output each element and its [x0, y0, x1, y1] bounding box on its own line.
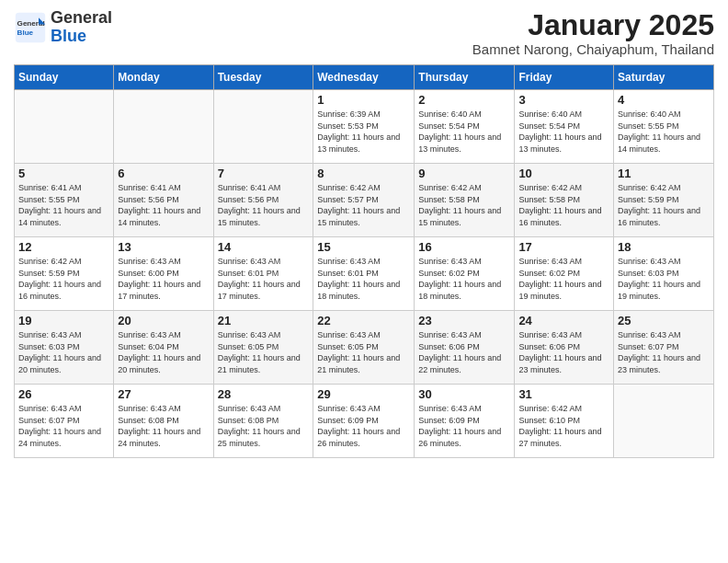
calendar-cell	[213, 90, 313, 164]
day-number: 6	[118, 167, 209, 180]
day-info: Sunrise: 6:42 AMSunset: 5:59 PMDaylight:…	[18, 256, 109, 302]
day-info: Sunrise: 6:43 AMSunset: 6:05 PMDaylight:…	[317, 329, 410, 375]
calendar-cell: 16Sunrise: 6:43 AMSunset: 6:02 PMDayligh…	[415, 237, 515, 311]
day-info: Sunrise: 6:43 AMSunset: 6:06 PMDaylight:…	[518, 329, 609, 375]
weekday-tuesday: Tuesday	[213, 65, 313, 90]
calendar-cell: 27Sunrise: 6:43 AMSunset: 6:08 PMDayligh…	[114, 385, 213, 458]
day-number: 9	[418, 167, 510, 180]
day-info: Sunrise: 6:42 AMSunset: 5:58 PMDaylight:…	[518, 182, 609, 228]
day-number: 24	[518, 314, 609, 327]
calendar-cell: 20Sunrise: 6:43 AMSunset: 6:04 PMDayligh…	[114, 311, 213, 385]
calendar-cell: 15Sunrise: 6:43 AMSunset: 6:01 PMDayligh…	[313, 237, 415, 311]
logo-blue: Blue	[51, 27, 86, 45]
calendar-cell: 24Sunrise: 6:43 AMSunset: 6:06 PMDayligh…	[515, 311, 614, 385]
day-info: Sunrise: 6:42 AMSunset: 5:59 PMDaylight:…	[618, 182, 710, 228]
day-info: Sunrise: 6:41 AMSunset: 5:55 PMDaylight:…	[18, 182, 109, 228]
day-info: Sunrise: 6:43 AMSunset: 6:08 PMDaylight:…	[218, 403, 310, 449]
calendar-cell: 6Sunrise: 6:41 AMSunset: 5:56 PMDaylight…	[114, 164, 213, 237]
weekday-friday: Friday	[515, 65, 614, 90]
day-number: 16	[418, 240, 510, 254]
day-info: Sunrise: 6:43 AMSunset: 6:01 PMDaylight:…	[218, 256, 310, 302]
day-number: 22	[317, 314, 410, 327]
calendar-cell: 12Sunrise: 6:42 AMSunset: 5:59 PMDayligh…	[15, 237, 114, 311]
calendar-cell: 17Sunrise: 6:43 AMSunset: 6:02 PMDayligh…	[515, 237, 614, 311]
week-row-2: 5Sunrise: 6:41 AMSunset: 5:55 PMDaylight…	[15, 164, 714, 237]
calendar-cell: 13Sunrise: 6:43 AMSunset: 6:00 PMDayligh…	[114, 237, 213, 311]
calendar-cell: 19Sunrise: 6:43 AMSunset: 6:03 PMDayligh…	[15, 311, 114, 385]
weekday-header-row: SundayMondayTuesdayWednesdayThursdayFrid…	[15, 65, 714, 90]
calendar-cell: 9Sunrise: 6:42 AMSunset: 5:58 PMDaylight…	[415, 164, 515, 237]
week-row-1: 1Sunrise: 6:39 AMSunset: 5:53 PMDaylight…	[15, 90, 714, 164]
day-number: 18	[618, 240, 710, 254]
day-info: Sunrise: 6:43 AMSunset: 6:04 PMDaylight:…	[118, 329, 209, 375]
day-number: 30	[418, 387, 510, 401]
week-row-3: 12Sunrise: 6:42 AMSunset: 5:59 PMDayligh…	[15, 237, 714, 311]
day-info: Sunrise: 6:42 AMSunset: 5:57 PMDaylight:…	[317, 182, 410, 228]
calendar-cell: 11Sunrise: 6:42 AMSunset: 5:59 PMDayligh…	[614, 164, 714, 237]
day-number: 5	[18, 167, 109, 180]
day-number: 1	[317, 93, 410, 107]
calendar-cell: 26Sunrise: 6:43 AMSunset: 6:07 PMDayligh…	[15, 385, 114, 458]
day-number: 19	[18, 314, 109, 327]
day-number: 8	[317, 167, 410, 180]
day-number: 20	[118, 314, 209, 327]
day-info: Sunrise: 6:43 AMSunset: 6:02 PMDaylight:…	[518, 256, 609, 302]
logo-general: General	[51, 8, 112, 27]
day-number: 11	[618, 167, 710, 180]
day-info: Sunrise: 6:39 AMSunset: 5:53 PMDaylight:…	[317, 109, 410, 155]
calendar-cell: 21Sunrise: 6:43 AMSunset: 6:05 PMDayligh…	[213, 311, 313, 385]
day-number: 7	[218, 167, 310, 180]
page-header: General Blue General Blue January 2025 B…	[14, 9, 714, 57]
day-info: Sunrise: 6:40 AMSunset: 5:55 PMDaylight:…	[618, 109, 710, 155]
day-number: 3	[518, 93, 609, 107]
month-title: January 2025	[472, 9, 714, 41]
day-info: Sunrise: 6:40 AMSunset: 5:54 PMDaylight:…	[418, 109, 510, 155]
day-info: Sunrise: 6:42 AMSunset: 6:10 PMDaylight:…	[518, 403, 609, 449]
day-number: 29	[317, 387, 410, 401]
svg-text:Blue: Blue	[17, 29, 34, 37]
calendar-cell	[114, 90, 213, 164]
calendar-cell	[614, 385, 714, 458]
logo-text: General Blue	[51, 9, 112, 46]
day-info: Sunrise: 6:41 AMSunset: 5:56 PMDaylight:…	[218, 182, 310, 228]
day-number: 13	[118, 240, 209, 254]
calendar-cell: 1Sunrise: 6:39 AMSunset: 5:53 PMDaylight…	[313, 90, 415, 164]
calendar-cell: 3Sunrise: 6:40 AMSunset: 5:54 PMDaylight…	[515, 90, 614, 164]
weekday-sunday: Sunday	[15, 65, 114, 90]
day-info: Sunrise: 6:43 AMSunset: 6:06 PMDaylight:…	[418, 329, 510, 375]
day-info: Sunrise: 6:43 AMSunset: 6:03 PMDaylight:…	[18, 329, 109, 375]
calendar-cell: 7Sunrise: 6:41 AMSunset: 5:56 PMDaylight…	[213, 164, 313, 237]
day-info: Sunrise: 6:43 AMSunset: 6:01 PMDaylight:…	[317, 256, 410, 302]
calendar-cell: 29Sunrise: 6:43 AMSunset: 6:09 PMDayligh…	[313, 385, 415, 458]
day-info: Sunrise: 6:43 AMSunset: 6:00 PMDaylight:…	[118, 256, 209, 302]
calendar-cell: 25Sunrise: 6:43 AMSunset: 6:07 PMDayligh…	[614, 311, 714, 385]
weekday-monday: Monday	[114, 65, 213, 90]
day-info: Sunrise: 6:40 AMSunset: 5:54 PMDaylight:…	[518, 109, 609, 155]
logo: General Blue General Blue	[14, 9, 112, 46]
day-number: 28	[218, 387, 310, 401]
day-info: Sunrise: 6:43 AMSunset: 6:07 PMDaylight:…	[18, 403, 109, 449]
calendar-cell: 28Sunrise: 6:43 AMSunset: 6:08 PMDayligh…	[213, 385, 313, 458]
day-number: 2	[418, 93, 510, 107]
weekday-wednesday: Wednesday	[313, 65, 415, 90]
calendar-cell: 5Sunrise: 6:41 AMSunset: 5:55 PMDaylight…	[15, 164, 114, 237]
day-info: Sunrise: 6:43 AMSunset: 6:07 PMDaylight:…	[618, 329, 710, 375]
day-number: 17	[518, 240, 609, 254]
day-number: 27	[118, 387, 209, 401]
day-number: 26	[18, 387, 109, 401]
day-info: Sunrise: 6:43 AMSunset: 6:09 PMDaylight:…	[317, 403, 410, 449]
day-number: 10	[518, 167, 609, 180]
day-info: Sunrise: 6:41 AMSunset: 5:56 PMDaylight:…	[118, 182, 209, 228]
day-number: 23	[418, 314, 510, 327]
calendar-cell: 30Sunrise: 6:43 AMSunset: 6:09 PMDayligh…	[415, 385, 515, 458]
calendar-cell: 14Sunrise: 6:43 AMSunset: 6:01 PMDayligh…	[213, 237, 313, 311]
day-info: Sunrise: 6:43 AMSunset: 6:02 PMDaylight:…	[418, 256, 510, 302]
calendar-table: SundayMondayTuesdayWednesdayThursdayFrid…	[14, 64, 714, 458]
day-info: Sunrise: 6:43 AMSunset: 6:05 PMDaylight:…	[218, 329, 310, 375]
day-number: 21	[218, 314, 310, 327]
calendar-cell: 10Sunrise: 6:42 AMSunset: 5:58 PMDayligh…	[515, 164, 614, 237]
calendar-cell: 18Sunrise: 6:43 AMSunset: 6:03 PMDayligh…	[614, 237, 714, 311]
calendar-cell: 2Sunrise: 6:40 AMSunset: 5:54 PMDaylight…	[415, 90, 515, 164]
weekday-thursday: Thursday	[415, 65, 515, 90]
calendar-cell: 22Sunrise: 6:43 AMSunset: 6:05 PMDayligh…	[313, 311, 415, 385]
